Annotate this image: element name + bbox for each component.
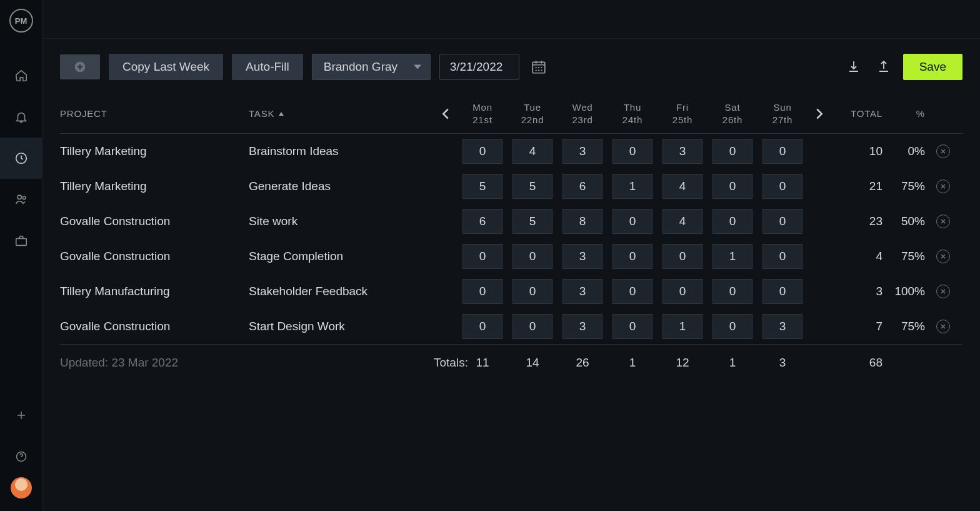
day-total: 1 — [608, 356, 658, 370]
task-cell: Stage Completion — [249, 250, 434, 263]
table-row: Govalle ConstructionStage Completion475% — [60, 239, 962, 274]
hours-input[interactable] — [462, 314, 502, 339]
project-cell: Govalle Construction — [60, 215, 249, 228]
delete-row-button[interactable] — [936, 320, 950, 333]
next-week-button[interactable] — [808, 108, 831, 120]
user-avatar[interactable] — [11, 477, 32, 498]
user-select[interactable]: Brandon Gray — [312, 54, 431, 80]
hours-input[interactable] — [612, 174, 652, 199]
sidebar-item-help[interactable] — [0, 436, 42, 477]
delete-row-button[interactable] — [936, 285, 950, 298]
hours-input[interactable] — [762, 279, 802, 304]
hours-input[interactable] — [462, 174, 502, 199]
hours-input[interactable] — [662, 314, 702, 339]
row-total: 10 — [831, 144, 882, 158]
hours-input[interactable] — [512, 209, 552, 234]
import-button[interactable] — [843, 56, 864, 78]
hours-input[interactable] — [462, 279, 502, 304]
copy-last-week-button[interactable]: Copy Last Week — [109, 54, 223, 80]
hours-input[interactable] — [762, 174, 802, 199]
day-total: 14 — [508, 356, 558, 370]
timesheet-table: PROJECT TASK Mon21stTue22ndWed23rdThu24t… — [42, 95, 980, 381]
hours-input[interactable] — [562, 244, 602, 269]
header-project[interactable]: PROJECT — [60, 108, 249, 119]
hours-input[interactable] — [662, 279, 702, 304]
hours-input[interactable] — [762, 314, 802, 339]
day-header: Sat26th — [708, 101, 758, 126]
delete-row-button[interactable] — [936, 144, 950, 158]
hours-input[interactable] — [512, 244, 552, 269]
hours-input[interactable] — [512, 279, 552, 304]
calendar-button[interactable] — [528, 56, 549, 78]
hours-input[interactable] — [712, 244, 752, 269]
plus-icon — [16, 410, 27, 421]
sidebar-item-timesheet[interactable] — [0, 138, 42, 179]
add-row-button[interactable] — [60, 54, 100, 79]
hours-input[interactable] — [662, 139, 702, 164]
day-total: 26 — [558, 356, 608, 370]
close-icon — [940, 148, 946, 154]
hours-input[interactable] — [462, 244, 502, 269]
hours-input[interactable] — [762, 209, 802, 234]
sidebar-item-portfolio[interactable] — [0, 220, 42, 261]
hours-input[interactable] — [712, 279, 752, 304]
task-cell: Generate Ideas — [249, 180, 434, 193]
briefcase-icon — [14, 234, 28, 248]
sidebar-item-team[interactable] — [0, 179, 42, 220]
hours-input[interactable] — [712, 209, 752, 234]
hours-input[interactable] — [712, 314, 752, 339]
task-cell: Stakeholder Feedback — [249, 285, 434, 298]
export-button[interactable] — [873, 56, 894, 78]
delete-row-button[interactable] — [936, 180, 950, 193]
hours-input[interactable] — [662, 209, 702, 234]
hours-input[interactable] — [612, 139, 652, 164]
day-header: Tue22nd — [508, 101, 558, 126]
sort-asc-icon — [278, 111, 284, 117]
auto-fill-button[interactable]: Auto-Fill — [232, 54, 303, 80]
hours-input[interactable] — [562, 139, 602, 164]
hours-input[interactable] — [562, 209, 602, 234]
home-icon — [14, 69, 28, 83]
hours-input[interactable] — [512, 174, 552, 199]
row-percent: 75% — [882, 320, 925, 333]
hours-input[interactable] — [562, 174, 602, 199]
table-row: Govalle ConstructionSite work2350% — [60, 204, 962, 239]
row-percent: 100% — [882, 285, 925, 298]
hours-input[interactable] — [612, 244, 652, 269]
hours-input[interactable] — [462, 139, 502, 164]
hours-input[interactable] — [762, 244, 802, 269]
save-button[interactable]: Save — [903, 54, 962, 80]
svg-rect-3 — [16, 238, 26, 245]
delete-row-button[interactable] — [936, 215, 950, 228]
task-cell: Site work — [249, 215, 434, 228]
delete-row-button[interactable] — [936, 250, 950, 263]
hours-input[interactable] — [662, 244, 702, 269]
row-percent: 75% — [882, 180, 925, 193]
hours-input[interactable] — [612, 209, 652, 234]
task-cell: Brainstorm Ideas — [249, 144, 434, 158]
hours-input[interactable] — [462, 209, 502, 234]
hours-input[interactable] — [562, 314, 602, 339]
hours-input[interactable] — [612, 314, 652, 339]
day-total: 1 — [708, 356, 758, 370]
sidebar-item-add[interactable] — [0, 395, 42, 436]
sidebar-item-notifications[interactable] — [0, 96, 42, 138]
hours-input[interactable] — [662, 174, 702, 199]
hours-input[interactable] — [562, 279, 602, 304]
close-icon — [940, 218, 946, 225]
hours-input[interactable] — [512, 314, 552, 339]
header-task[interactable]: TASK — [249, 108, 434, 119]
date-input[interactable]: 3/21/2022 — [439, 54, 519, 80]
hours-input[interactable] — [762, 139, 802, 164]
sidebar: PM — [0, 0, 42, 511]
hours-input[interactable] — [512, 139, 552, 164]
app-logo: PM — [9, 9, 33, 33]
hours-input[interactable] — [712, 174, 752, 199]
table-row: Tillery MarketingGenerate Ideas2175% — [60, 169, 962, 204]
hours-input[interactable] — [712, 139, 752, 164]
toolbar: Copy Last Week Auto-Fill Brandon Gray 3/… — [42, 39, 980, 95]
header-task-label: TASK — [249, 108, 274, 119]
hours-input[interactable] — [612, 279, 652, 304]
sidebar-item-home[interactable] — [0, 55, 42, 96]
prev-week-button[interactable] — [434, 108, 458, 120]
